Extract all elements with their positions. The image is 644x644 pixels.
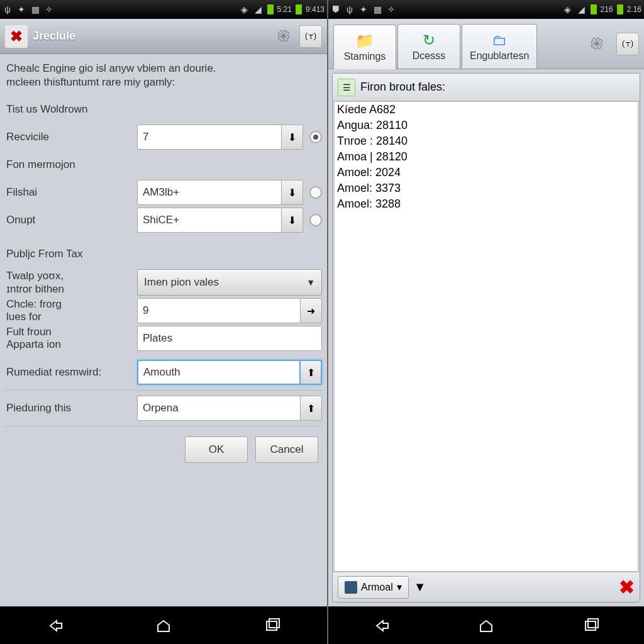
home-icon[interactable] <box>477 618 496 634</box>
back-icon[interactable] <box>372 618 391 634</box>
cancel-button[interactable]: Cancel <box>255 436 318 463</box>
signal-icon: ◢ <box>253 4 264 14</box>
filshal-input[interactable] <box>137 180 282 205</box>
panel-footer: Armoal ▾ ▼ ✖ <box>333 572 640 602</box>
divider <box>4 390 323 391</box>
tab-dcesss[interactable]: ↻ Dcesss <box>397 24 460 69</box>
list-item[interactable]: Amoel: 3373 <box>335 180 638 196</box>
app-title: Jreclule <box>33 30 75 43</box>
recent-icon[interactable] <box>582 618 601 634</box>
spinner-icon: ֍ <box>273 25 296 48</box>
tab-stamings[interactable]: 📁 Stamings <box>333 25 396 69</box>
label-fult: Fult froun Apparta ion <box>5 326 137 351</box>
expand-button[interactable]: ⟮⊤⟯ <box>299 25 322 48</box>
ok-button[interactable]: OK <box>185 436 248 463</box>
filshal-dropdown-button[interactable]: ⬇ <box>282 180 303 205</box>
usb-icon: ψ <box>345 4 355 14</box>
form-content: Chealc Engine gio isl anyw vbiem an dour… <box>0 54 327 606</box>
home-icon[interactable] <box>154 618 173 634</box>
recvicile-radio[interactable] <box>309 131 322 143</box>
app-icon: ✖ <box>5 25 28 48</box>
battery-icon <box>267 4 274 14</box>
navbar-left <box>0 606 327 644</box>
battery-icon-2 <box>296 4 302 14</box>
chevron-down-icon: ▼ <box>306 277 315 287</box>
wifi-icon: ◈ <box>563 4 573 14</box>
signal-icon: ◢ <box>577 4 587 14</box>
rumediat-input[interactable] <box>137 360 301 385</box>
label-pieduring: Pieduring this <box>5 402 137 414</box>
close-icon[interactable]: ✖ <box>619 576 635 598</box>
panel-header: ☰ Firon brout fales: <box>333 74 640 101</box>
rumediat-up-button[interactable]: ⬆ <box>301 360 322 385</box>
svg-rect-0 <box>267 621 277 630</box>
folder-icon: 📁 <box>355 32 374 50</box>
titlebar-left: ✖ Jreclule ֍ ⟮⊤⟯ <box>0 19 327 54</box>
onupt-input[interactable] <box>137 208 282 233</box>
app-mini-icon <box>345 581 357 594</box>
refresh-icon: ↻ <box>423 31 435 49</box>
battery-icon <box>591 4 597 14</box>
vales-select[interactable]: Imen pion vales▼ <box>137 269 322 296</box>
svg-rect-2 <box>586 621 596 630</box>
label-rumediat: Rumediat resmwird: <box>5 366 137 379</box>
list-item[interactable]: Amoel: 3288 <box>335 196 638 212</box>
statusbar-left: ψ ✦ ▦ ✧ ◈ ◢ 5:21 9:413 <box>0 0 327 19</box>
svg-rect-1 <box>269 619 279 628</box>
recent-icon[interactable] <box>263 618 282 634</box>
label-chcle: Chcle: frorg lues for <box>5 298 137 323</box>
intro-text: Chealc Engine gio isl anyw vbiem an dour… <box>4 59 323 96</box>
usb-icon: ψ <box>3 4 13 14</box>
tabbar: 📁 Stamings ↻ Dcesss 🗀 Engublartesn ֍ ⟮⊤⟯ <box>328 19 644 69</box>
star-icon: ✧ <box>386 4 396 14</box>
armoal-select[interactable]: Armoal ▾ <box>338 576 409 599</box>
list-icon: ☰ <box>338 79 355 96</box>
label-woldrown: Tist us Woldrown <box>5 103 137 116</box>
status-time: 5:21 <box>277 5 292 14</box>
spinner-icon: ֍ <box>586 33 609 55</box>
fult-input[interactable] <box>137 326 322 351</box>
label-onupt: Onupt <box>5 214 137 226</box>
star-icon: ✧ <box>44 4 54 14</box>
folder-open-icon: 🗀 <box>492 31 507 49</box>
chevron-down-icon: ▾ <box>397 581 402 593</box>
label-recvicile: Recvicile <box>5 131 137 143</box>
shield-icon: ⛊ <box>331 4 341 14</box>
expand-button[interactable]: ⟮⊤⟯ <box>616 33 639 55</box>
sd-icon: ▦ <box>30 4 40 14</box>
onupt-radio[interactable] <box>309 214 322 226</box>
chcle-input[interactable] <box>137 298 301 323</box>
status-sig: 216 <box>601 5 613 14</box>
chcle-next-button[interactable]: ➜ <box>301 298 322 323</box>
list-item[interactable]: Tnroe : 28140 <box>335 133 638 149</box>
list-item[interactable]: Angua: 28110 <box>335 118 638 133</box>
bt-icon: ✦ <box>358 4 369 14</box>
list-item[interactable]: Amoa | 28120 <box>335 149 638 165</box>
label-filshal: Filshai <box>5 186 137 199</box>
label-fon: Fon mermojon <box>5 158 137 171</box>
pieduring-up-button[interactable]: ⬆ <box>301 396 322 421</box>
sd-icon: ▦ <box>372 4 382 14</box>
results-panel: ☰ Firon brout fales: Kíede A682Angua: 28… <box>332 73 640 602</box>
list-content: ☰ Firon brout fales: Kíede A682Angua: 28… <box>328 69 644 606</box>
results-list[interactable]: Kíede A682Angua: 28110Tnroe : 28140Amoa … <box>334 101 638 572</box>
list-item[interactable]: Kíede A682 <box>335 102 638 118</box>
filshal-radio[interactable] <box>309 186 322 199</box>
svg-rect-3 <box>588 619 598 628</box>
pieduring-input[interactable] <box>137 396 301 421</box>
recvicile-input[interactable] <box>137 125 282 150</box>
navbar-right <box>328 606 644 644</box>
bt-icon: ✦ <box>16 4 26 14</box>
list-item[interactable]: Amoel: 2024 <box>335 165 638 180</box>
wifi-icon: ◈ <box>240 4 250 14</box>
divider <box>4 426 323 426</box>
recvicile-dropdown-button[interactable]: ⬇ <box>282 125 303 150</box>
status-extra: 9:413 <box>306 5 325 14</box>
battery-icon-2 <box>617 4 623 14</box>
onupt-dropdown-button[interactable]: ⬇ <box>282 208 303 233</box>
label-publiq: Publjc From Tax <box>5 248 137 260</box>
tab-engublartesn[interactable]: 🗀 Engublartesn <box>462 24 537 69</box>
chevron-down-icon[interactable]: ▼ <box>414 580 426 594</box>
back-icon[interactable] <box>45 618 64 634</box>
status-bat: 2.16 <box>627 5 641 14</box>
